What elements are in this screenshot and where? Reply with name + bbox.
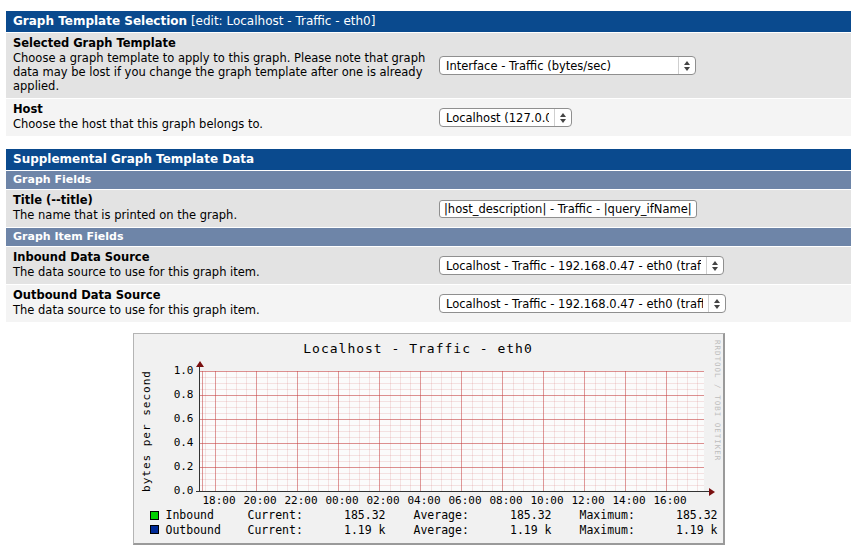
legend-maximum-label: Maximum:	[580, 523, 644, 537]
field-description-host: Choose the host that this graph belongs …	[13, 117, 432, 131]
x-axis-arrow-icon	[709, 488, 715, 496]
field-description-inbound: The data source to use for this graph it…	[13, 265, 432, 279]
legend-average-label: Average:	[414, 508, 478, 522]
section-title: Supplemental Graph Template Data	[13, 152, 254, 166]
legend-average-label: Average:	[414, 523, 478, 537]
select-stepper-icon	[678, 57, 695, 74]
outbound-data-source-select[interactable]: Localhost - Traffic - 192.168.0.47 - eth…	[439, 294, 726, 313]
x-tick-label: 12:00	[568, 494, 609, 507]
graph-x-axis-line	[196, 491, 709, 492]
x-tick-label: 22:00	[281, 494, 322, 507]
form-row-inbound-data-source: Inbound Data Source The data source to u…	[6, 247, 851, 284]
legend-current-value: 1.19 k	[312, 523, 386, 537]
section-title: Graph Template Selection	[13, 14, 187, 28]
select-value: Localhost (127.0.0.1)	[446, 111, 549, 125]
form-row-selected-graph-template: Selected Graph Template Choose a graph t…	[6, 33, 851, 98]
legend-swatch-icon	[150, 525, 159, 534]
graph-legend: Inbound Current: 185.32 Average: 185.32 …	[150, 508, 718, 537]
field-description-title: The name that is printed on the graph.	[13, 208, 432, 222]
y-tick-label: 0.8	[152, 383, 194, 407]
y-tick-label: 0.4	[152, 431, 194, 455]
section-header-supplemental: Supplemental Graph Template Data	[6, 149, 851, 170]
legend-row: Inbound Current: 185.32 Average: 185.32 …	[150, 508, 718, 523]
x-tick-label: 10:00	[527, 494, 568, 507]
legend-series-name: Inbound	[166, 508, 248, 522]
x-tick-label: 06:00	[445, 494, 486, 507]
select-value: Localhost - Traffic - 192.168.0.47 - eth…	[446, 259, 701, 273]
subheader-graph-fields: Graph Fields	[6, 171, 851, 189]
section-edit-context: [edit: Localhost - Traffic - eth0]	[191, 14, 376, 28]
x-tick-label: 04:00	[404, 494, 445, 507]
graph-y-axis-line	[199, 366, 200, 492]
field-label-selected-graph-template: Selected Graph Template	[13, 36, 432, 51]
y-tick-label: 0.2	[152, 455, 194, 479]
x-tick-label: 02:00	[363, 494, 404, 507]
select-value: Interface - Traffic (bytes/sec)	[446, 59, 673, 73]
x-tick-label: 08:00	[486, 494, 527, 507]
graph-preview-wrap: Localhost - Traffic - eth0 RRDTOOL / TOB…	[6, 333, 851, 545]
form-row-outbound-data-source: Outbound Data Source The data source to …	[6, 285, 851, 322]
x-tick-label: 16:00	[650, 494, 691, 507]
field-description-outbound: The data source to use for this graph it…	[13, 303, 432, 317]
y-axis-arrow-icon	[196, 361, 204, 367]
inbound-data-source-select[interactable]: Localhost - Traffic - 192.168.0.47 - eth…	[439, 256, 724, 275]
legend-maximum-label: Maximum:	[580, 508, 644, 522]
graph-plot-area	[199, 371, 704, 491]
y-tick-label: 0.0	[152, 479, 194, 503]
legend-row: Outbound Current: 1.19 k Average: 1.19 k…	[150, 523, 718, 538]
x-tick-label: 14:00	[609, 494, 650, 507]
legend-current-label: Current:	[248, 508, 312, 522]
selected-graph-template-select[interactable]: Interface - Traffic (bytes/sec)	[439, 56, 696, 75]
section-header-graph-template-selection: Graph Template Selection [edit: Localhos…	[6, 11, 851, 32]
field-label-title: Title (--title)	[13, 193, 432, 208]
select-stepper-icon	[706, 257, 723, 274]
subheader-graph-item-fields: Graph Item Fields	[6, 228, 851, 246]
supplemental-data-section: Supplemental Graph Template Data Graph F…	[6, 149, 851, 322]
legend-swatch-icon	[150, 511, 159, 520]
field-description-selected-graph-template: Choose a graph template to apply to this…	[13, 51, 432, 93]
rrdtool-watermark: RRDTOOL / TOBI OETIKER	[713, 340, 722, 461]
form-row-title: Title (--title) The name that is printed…	[6, 190, 851, 227]
select-stepper-icon	[708, 295, 725, 312]
x-tick-label: 18:00	[199, 494, 240, 507]
y-tick-label: 0.6	[152, 407, 194, 431]
graph-title: Localhost - Traffic - eth0	[134, 341, 703, 356]
legend-current-label: Current:	[248, 523, 312, 537]
field-label-host: Host	[13, 102, 432, 117]
page: Graph Template Selection [edit: Localhos…	[0, 0, 858, 545]
select-value: Localhost - Traffic - 192.168.0.47 - eth…	[446, 297, 703, 311]
title-input[interactable]	[439, 200, 697, 218]
field-label-inbound: Inbound Data Source	[13, 250, 432, 265]
graph-y-axis-label: bytes per second	[140, 366, 152, 496]
legend-average-value: 185.32	[478, 508, 552, 522]
graph-y-tick-labels: 1.00.80.60.40.20.0	[152, 359, 194, 503]
graph-x-tick-labels: 18:0020:0022:0000:0002:0004:0006:0008:00…	[199, 494, 704, 507]
legend-maximum-value: 185.32	[644, 508, 718, 522]
y-tick-label: 1.0	[152, 359, 194, 383]
graph-template-selection-section: Graph Template Selection [edit: Localhos…	[6, 11, 851, 136]
select-stepper-icon	[554, 109, 571, 126]
legend-average-value: 1.19 k	[478, 523, 552, 537]
x-tick-label: 20:00	[240, 494, 281, 507]
x-tick-label: 00:00	[322, 494, 363, 507]
legend-current-value: 185.32	[312, 508, 386, 522]
legend-series-name: Outbound	[166, 523, 248, 537]
form-row-host: Host Choose the host that this graph bel…	[6, 99, 851, 136]
host-select[interactable]: Localhost (127.0.0.1)	[439, 108, 572, 127]
legend-maximum-value: 1.19 k	[644, 523, 718, 537]
graph-preview-image: Localhost - Traffic - eth0 RRDTOOL / TOB…	[133, 333, 725, 545]
field-label-outbound: Outbound Data Source	[13, 288, 432, 303]
